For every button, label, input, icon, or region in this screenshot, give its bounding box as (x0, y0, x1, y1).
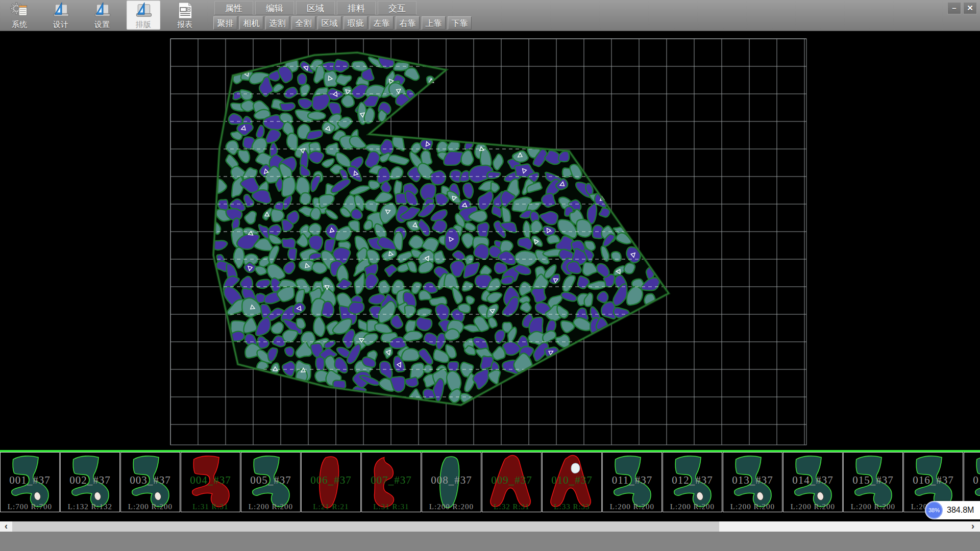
part-id-label: 013_#37 (723, 474, 782, 487)
part-lr-label: L:31 R:31 (362, 503, 421, 511)
memory-badge: 38% 384.8M (925, 501, 980, 519)
part-id-label: 017_#37 (964, 474, 980, 487)
memory-size-label: 384.8M (947, 506, 974, 515)
design-button-label: 设计 (53, 20, 68, 30)
nesting-icon (132, 2, 155, 19)
status-bar (0, 532, 980, 551)
menu-tab-row: 属性编辑区域排料交互 (214, 1, 472, 15)
toolbar: 系统 设计 设置 排版 报表 属性编辑区域排料交互 聚排相机选割全割区域瑕疵左靠… (0, 0, 980, 31)
scrollbar-thumb[interactable] (12, 521, 719, 532)
part-lr-label: L:32 R:31 (482, 503, 541, 511)
thumbnail-cell[interactable]: 003_#37 L:200 R:200 (120, 452, 180, 512)
nesting-button[interactable]: 排版 (127, 1, 160, 30)
part-id-label: 012_#37 (663, 474, 722, 487)
part-id-label: 007_#37 (362, 474, 421, 487)
toolbar-action-button[interactable]: 聚排 (213, 16, 237, 30)
design-button[interactable]: 设计 (44, 1, 78, 30)
part-id-label: 008_#37 (422, 474, 481, 487)
part-id-label: 016_#37 (904, 474, 963, 487)
thumbnail-cell[interactable]: 008_#37 L:200 R:200 (422, 452, 481, 512)
nesting-canvas[interactable] (0, 31, 980, 450)
part-lr-label: L:200 R:200 (241, 503, 300, 511)
toolbar-action-button[interactable]: 相机 (239, 16, 263, 30)
menu-tab[interactable]: 交互 (378, 1, 416, 15)
part-lr-label: L:200 R:200 (663, 503, 722, 511)
close-button[interactable]: ✕ (963, 2, 977, 14)
part-id-label: 015_#37 (844, 474, 902, 487)
part-lr-label: L:200 R:200 (121, 503, 180, 511)
report-button-label: 报表 (177, 20, 192, 30)
scroll-left-arrow[interactable]: ‹ (0, 521, 12, 532)
part-lr-label: L:200 R:200 (844, 503, 902, 511)
window-controls: – ✕ (947, 2, 977, 14)
part-id-label: 009_#37 (482, 474, 541, 487)
part-id-label: 005_#37 (241, 474, 300, 487)
setup-button[interactable]: 设置 (85, 1, 119, 30)
thumbnail-cell[interactable]: 014_#37 L:200 R:200 (783, 452, 843, 512)
toolbar-action-button[interactable]: 上靠 (422, 16, 446, 30)
thumbnail-cell[interactable]: 005_#37 L:200 R:200 (241, 452, 301, 512)
part-id-label: 003_#37 (121, 474, 180, 487)
system-button-label: 系统 (12, 20, 27, 30)
menu-tab[interactable]: 属性 (214, 1, 253, 15)
part-lr-label: L:33 R:33 (543, 503, 601, 511)
toolbar-action-button[interactable]: 瑕疵 (344, 16, 368, 30)
menu-tab[interactable]: 编辑 (255, 1, 294, 15)
memory-percent-badge: 38% (925, 502, 943, 519)
toolbar-action-button[interactable]: 下靠 (448, 16, 472, 30)
toolbar-action-button[interactable]: 全割 (291, 16, 315, 30)
thumbnail-cell[interactable]: 002_#37 L:132 R:132 (60, 452, 120, 512)
thumbnail-cell[interactable]: 009_#37 L:32 R:31 (482, 452, 542, 512)
memory-percent-label: 38% (928, 507, 940, 513)
part-lr-label: L:200 R:200 (603, 503, 662, 511)
setup-button-label: 设置 (94, 20, 110, 30)
part-lr-label: L:132 R:132 (61, 503, 119, 511)
toolbar-action-button[interactable]: 区域 (317, 16, 341, 30)
part-lr-label: L:21 R:21 (302, 503, 360, 511)
part-id-label: 014_#37 (783, 474, 842, 487)
menu-area: 属性编辑区域排料交互 聚排相机选割全割区域瑕疵左靠右靠上靠下靠 (206, 0, 472, 30)
horizontal-scrollbar[interactable]: ‹ › (0, 521, 980, 532)
scroll-right-arrow[interactable]: › (967, 521, 979, 532)
part-id-label: 002_#37 (61, 474, 119, 487)
thumbnail-cell[interactable]: 006_#37 L:21 R:21 (301, 452, 361, 512)
report-icon (175, 2, 195, 19)
thumbnail-cell[interactable]: 007_#37 L:31 R:31 (361, 452, 421, 512)
part-id-label: 001_#37 (1, 474, 59, 487)
system-button[interactable]: 系统 (3, 1, 36, 30)
thumbnail-cell[interactable]: 001_#37 L:700 R:700 (0, 452, 60, 512)
thumbnail-cell[interactable]: 015_#37 L:200 R:200 (843, 452, 903, 512)
design-icon (50, 2, 72, 19)
menu-tab[interactable]: 排料 (337, 1, 376, 15)
thumbnail-cell[interactable]: 010_#37 L:33 R:33 (542, 452, 602, 512)
part-id-label: 006_#37 (302, 474, 360, 487)
menu-tab[interactable]: 区域 (296, 1, 335, 15)
toolbar-action-button[interactable]: 选割 (265, 16, 289, 30)
toolbar-action-button[interactable]: 左靠 (370, 16, 394, 30)
main-button-group: 系统 设计 设置 排版 报表 (3, 1, 209, 30)
thumbnail-cell[interactable]: 004_#37 L:31 R:31 (181, 452, 240, 512)
nesting-button-label: 排版 (136, 20, 151, 30)
thumbnail-cell[interactable]: 013_#37 L:200 R:200 (723, 452, 782, 512)
toolbar-action-button[interactable]: 右靠 (396, 16, 420, 30)
part-id-label: 004_#37 (181, 474, 240, 487)
part-id-label: 010_#37 (543, 474, 601, 487)
thumbnail-cell[interactable]: 011_#37 L:200 R:200 (602, 452, 662, 512)
parts-thumbnail-strip: 001_#37 L:700 R:700 002_#37 L:132 R:132 … (0, 452, 980, 513)
setup-icon (91, 2, 113, 19)
report-button[interactable]: 报表 (168, 1, 202, 30)
part-lr-label: L:200 R:200 (422, 503, 481, 511)
part-lr-label: L:200 R:200 (783, 503, 842, 511)
part-lr-label: L:200 R:200 (723, 503, 782, 511)
action-button-row: 聚排相机选割全割区域瑕疵左靠右靠上靠下靠 (213, 16, 472, 30)
part-lr-label: L:31 R:31 (181, 503, 240, 511)
part-id-label: 011_#37 (603, 474, 662, 487)
part-lr-label: L:700 R:700 (1, 503, 59, 511)
system-icon (8, 2, 31, 19)
thumbnail-cell[interactable]: 012_#37 L:200 R:200 (663, 452, 722, 512)
minimize-button[interactable]: – (947, 2, 961, 14)
